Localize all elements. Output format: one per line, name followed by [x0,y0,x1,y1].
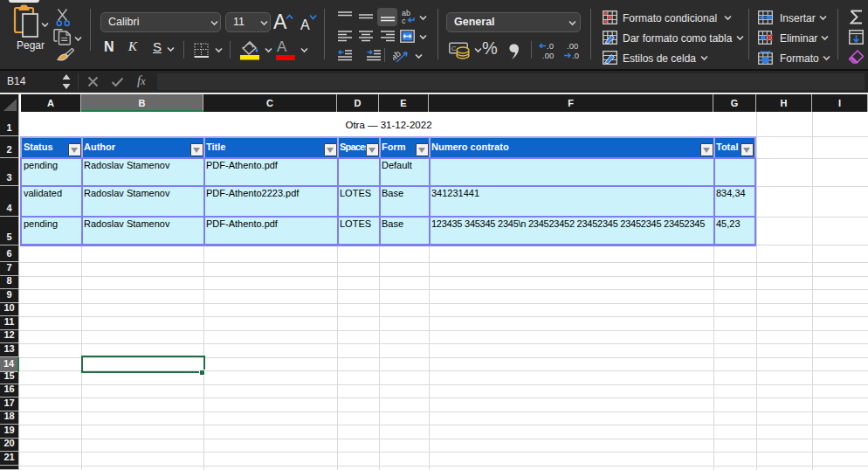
svg-text:.00: .00 [567,41,578,51]
svg-text:.0: .0 [547,41,554,51]
svg-text:.0: .0 [572,51,579,60]
svg-text:c: c [402,17,406,24]
svg-text:C: C [451,45,457,52]
svg-text:.00: .00 [542,51,554,60]
